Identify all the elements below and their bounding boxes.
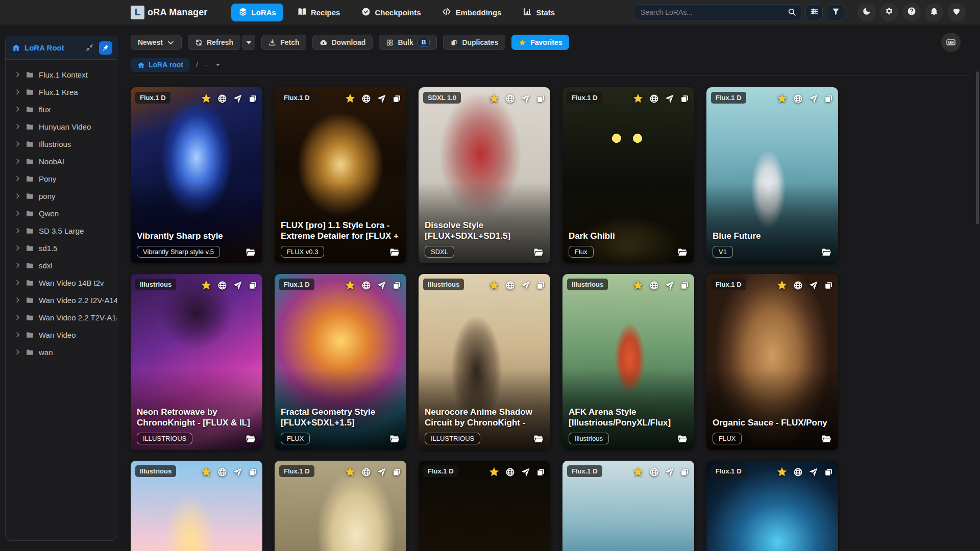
send-icon[interactable]: [808, 94, 818, 104]
bulk-button[interactable]: Bulk B: [379, 35, 437, 50]
folder-tree-item[interactable]: wan: [9, 343, 114, 361]
folder-tree-item[interactable]: sdxl: [9, 257, 114, 274]
send-icon[interactable]: [377, 467, 386, 477]
globe-icon[interactable]: [505, 281, 515, 290]
collapse-all-button[interactable]: [84, 42, 95, 54]
globe-icon[interactable]: [793, 281, 803, 290]
version-tag[interactable]: FLUX v0.3: [281, 246, 324, 258]
folder-tree-item[interactable]: Wan Video 2.2 I2V-A14B: [9, 291, 114, 309]
globe-icon[interactable]: [505, 94, 515, 104]
lora-card[interactable]: Flux.1 D Dark Ghibli Flux: [562, 87, 694, 263]
nav-tab-checkpoints[interactable]: Checkpoints: [354, 4, 428, 21]
lora-card[interactable]: SDXL 1.0 Dissolve Style [FLUX+SDXL+SD1.5…: [419, 87, 550, 263]
favorite-star-icon[interactable]: [632, 466, 644, 478]
folder-tree-item[interactable]: Hunyuan Video: [9, 118, 114, 135]
lora-card[interactable]: Illustrious Neurocore Anime Shadow Circu…: [419, 274, 550, 450]
sort-dropdown[interactable]: Newest: [131, 35, 182, 50]
globe-icon[interactable]: [361, 281, 371, 290]
open-folder-icon[interactable]: [677, 434, 688, 444]
lora-card[interactable]: Flux.1 D: [706, 461, 838, 551]
filter-funnel-button[interactable]: [827, 4, 844, 20]
send-icon[interactable]: [521, 467, 530, 477]
nav-tab-recipes[interactable]: Recipes: [290, 4, 348, 21]
copy-icon[interactable]: [536, 94, 546, 104]
copy-icon[interactable]: [248, 467, 258, 477]
lora-card[interactable]: Flux.1 D Organic Sauce - FLUX/Pony FLUX: [706, 274, 838, 450]
folder-tree-item[interactable]: flux: [9, 101, 114, 118]
version-tag[interactable]: Vibrantly Sharp style v.5: [137, 246, 220, 258]
favorite-star-icon[interactable]: [488, 466, 500, 478]
send-icon[interactable]: [377, 94, 386, 104]
favorite-star-icon[interactable]: [488, 93, 500, 104]
globe-icon[interactable]: [361, 467, 371, 477]
open-folder-icon[interactable]: [677, 247, 688, 258]
copy-icon[interactable]: [536, 281, 546, 290]
globe-icon[interactable]: [505, 467, 515, 477]
globe-icon[interactable]: [361, 94, 371, 104]
copy-icon[interactable]: [824, 94, 834, 104]
send-icon[interactable]: [521, 94, 530, 104]
copy-icon[interactable]: [824, 281, 834, 290]
open-folder-icon[interactable]: [246, 247, 256, 258]
folder-tree-item[interactable]: pony: [9, 187, 114, 205]
duplicates-button[interactable]: Duplicates: [443, 35, 505, 50]
globe-icon[interactable]: [217, 281, 227, 290]
lora-card[interactable]: Flux.1 D Vibrantly Sharp style Vibrantly…: [131, 87, 262, 263]
send-icon[interactable]: [808, 467, 818, 477]
favorite-star-icon[interactable]: [345, 280, 356, 291]
send-icon[interactable]: [233, 281, 242, 290]
open-folder-icon[interactable]: [821, 434, 832, 444]
copy-icon[interactable]: [392, 94, 402, 104]
copy-icon[interactable]: [248, 281, 258, 290]
version-tag[interactable]: FLUX: [713, 433, 742, 444]
globe-icon[interactable]: [649, 94, 659, 104]
favorite-star-icon[interactable]: [776, 93, 788, 104]
globe-icon[interactable]: [217, 467, 227, 477]
lora-card[interactable]: Midjourney meets FLUX Flux.1 D: [419, 461, 550, 551]
send-icon[interactable]: [665, 94, 674, 104]
theme-toggle-button[interactable]: [857, 3, 876, 21]
favorite-star-icon[interactable]: [632, 93, 644, 104]
pin-sidebar-button[interactable]: [99, 41, 112, 55]
lora-card[interactable]: Flux.1 D: [275, 461, 406, 551]
send-icon[interactable]: [665, 281, 674, 290]
send-icon[interactable]: [665, 467, 674, 477]
favorites-heart-button[interactable]: [947, 3, 966, 21]
copy-icon[interactable]: [680, 94, 690, 104]
lora-card[interactable]: Illustrious Neon Retrowave by ChronoKnig…: [131, 274, 262, 450]
send-icon[interactable]: [808, 281, 818, 290]
folder-tree-item[interactable]: NoobAI: [9, 153, 114, 170]
favorite-star-icon[interactable]: [201, 93, 212, 104]
open-folder-icon[interactable]: [821, 247, 832, 258]
version-tag[interactable]: SDXL: [425, 246, 454, 258]
favorite-star-icon[interactable]: [345, 466, 356, 478]
help-button[interactable]: [902, 3, 921, 21]
copy-icon[interactable]: [680, 281, 690, 290]
lora-card[interactable]: Flux.1 D: [562, 461, 694, 551]
globe-icon[interactable]: [649, 281, 659, 290]
open-folder-icon[interactable]: [389, 247, 400, 258]
search-icon[interactable]: [788, 8, 796, 16]
version-tag[interactable]: ILLUSTRIOUS: [425, 433, 480, 444]
folder-tree-item[interactable]: Illustrious: [9, 135, 114, 153]
version-tag[interactable]: Illustrious: [569, 433, 609, 444]
version-tag[interactable]: ILLUSTRIOUS: [137, 433, 192, 444]
folder-tree-item[interactable]: Pony: [9, 170, 114, 187]
folder-tree-item[interactable]: Flux.1 Kontext: [9, 66, 114, 83]
nav-tab-embeddings[interactable]: Embeddings: [435, 4, 508, 21]
settings-button[interactable]: [880, 3, 898, 21]
folder-tree-item[interactable]: Wan Video: [9, 326, 114, 343]
nav-tab-stats[interactable]: Stats: [516, 4, 562, 21]
globe-icon[interactable]: [217, 94, 227, 104]
scrollbar-thumb[interactable]: [976, 71, 979, 224]
lora-card[interactable]: Flux.1 D Fractal Geometry Style [FLUX+SD…: [275, 274, 406, 450]
breadcrumb-root[interactable]: LoRA root: [131, 58, 190, 72]
open-folder-icon[interactable]: [533, 434, 544, 444]
refresh-button[interactable]: Refresh: [188, 35, 240, 50]
copy-icon[interactable]: [392, 281, 402, 290]
copy-icon[interactable]: [536, 467, 546, 477]
sidebar-header[interactable]: LoRA Root: [6, 36, 117, 60]
favorite-star-icon[interactable]: [345, 93, 356, 104]
nav-tab-loras[interactable]: LoRAs: [231, 4, 283, 21]
copy-icon[interactable]: [392, 467, 402, 477]
